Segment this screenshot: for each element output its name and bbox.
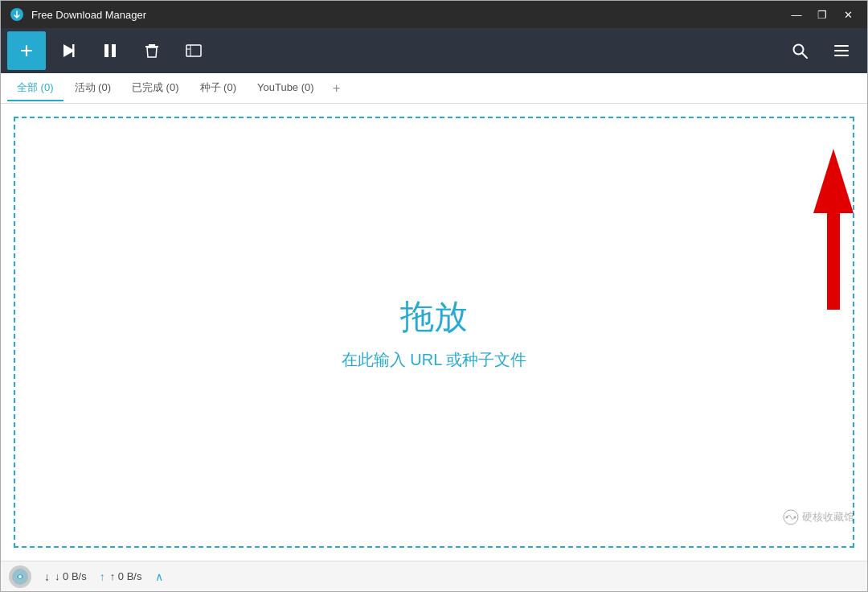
app-icon xyxy=(9,6,25,23)
svg-point-15 xyxy=(786,516,788,519)
tab-all[interactable]: 全部 (0) xyxy=(7,76,63,101)
watermark: 硬核收藏馆 xyxy=(783,509,854,525)
tabs-bar: 全部 (0) 活动 (0) 已完成 (0) 种子 (0) YouTube (0)… xyxy=(1,73,867,104)
pause-button[interactable] xyxy=(91,31,129,70)
svg-rect-3 xyxy=(104,44,108,57)
expand-button[interactable]: ∧ xyxy=(155,570,163,583)
svg-rect-2 xyxy=(72,44,75,57)
window-controls: — ❐ ✕ xyxy=(785,6,859,23)
dropzone-subtitle: 在此输入 URL 或种子文件 xyxy=(342,349,526,371)
close-button[interactable]: ✕ xyxy=(837,6,859,23)
statusbar-logo xyxy=(9,565,31,588)
main-content: 拖放 在此输入 URL 或种子文件 硬核收藏馆 xyxy=(1,104,867,561)
svg-line-9 xyxy=(802,53,807,58)
dropzone-title: 拖放 xyxy=(400,294,468,339)
upload-icon: ↑ xyxy=(100,570,105,583)
maximize-button[interactable]: ❐ xyxy=(811,6,833,23)
add-button[interactable]: + xyxy=(7,31,46,70)
search-button[interactable] xyxy=(780,31,819,70)
tab-add-button[interactable]: + xyxy=(326,77,348,100)
tab-completed[interactable]: 已完成 (0) xyxy=(122,76,189,101)
play-button[interactable] xyxy=(49,31,88,70)
app-title: Free Download Manager xyxy=(31,9,785,21)
download-speed-value: ↓ 0 B/s xyxy=(55,570,87,582)
tab-torrent[interactable]: 种子 (0) xyxy=(190,76,247,101)
upload-speed-value: ↑ 0 B/s xyxy=(110,570,142,582)
svg-point-16 xyxy=(794,516,796,519)
app-window: Free Download Manager — ❐ ✕ + xyxy=(0,0,868,592)
svg-rect-7 xyxy=(186,45,201,56)
tab-active[interactable]: 活动 (0) xyxy=(65,76,121,101)
convert-button[interactable] xyxy=(174,31,213,70)
toolbar: + xyxy=(1,28,867,73)
toolbar-right xyxy=(780,31,861,70)
svg-point-18 xyxy=(18,575,22,578)
tab-youtube[interactable]: YouTube (0) xyxy=(248,76,324,101)
svg-rect-6 xyxy=(149,44,155,46)
download-speed: ↓ ↓ 0 B/s xyxy=(44,570,87,583)
download-icon: ↓ xyxy=(44,570,50,583)
minimize-button[interactable]: — xyxy=(785,6,808,23)
upload-speed: ↑ ↑ 0 B/s xyxy=(100,570,142,583)
titlebar: Free Download Manager — ❐ ✕ xyxy=(1,1,867,28)
menu-button[interactable] xyxy=(822,31,861,70)
drop-zone[interactable]: 拖放 在此输入 URL 或种子文件 xyxy=(14,117,854,548)
statusbar: ↓ ↓ 0 B/s ↑ ↑ 0 B/s ∧ xyxy=(1,561,867,591)
delete-button[interactable] xyxy=(133,31,171,70)
svg-rect-4 xyxy=(112,44,116,57)
